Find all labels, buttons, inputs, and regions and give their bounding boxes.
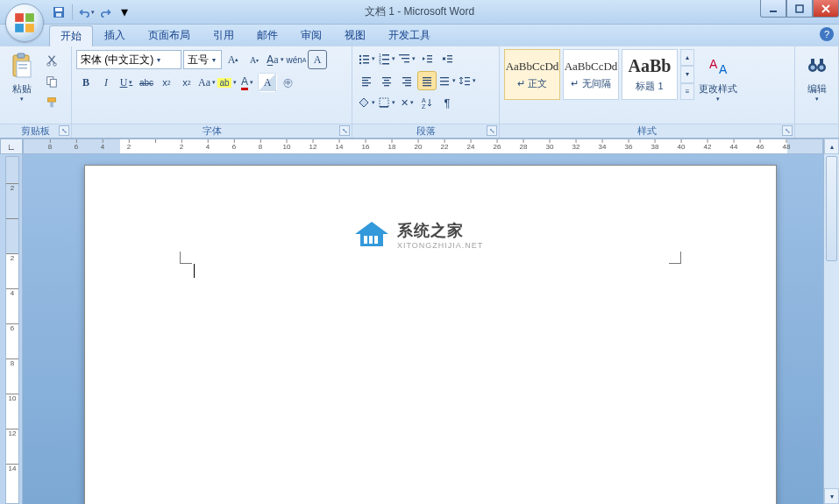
svg-rect-61 <box>465 81 470 82</box>
change-case-button[interactable]: Aa <box>197 73 217 92</box>
font-size-combo[interactable]: 五号▾ <box>183 50 222 69</box>
svg-rect-57 <box>440 77 449 78</box>
svg-rect-36 <box>427 59 432 60</box>
borders-button[interactable] <box>377 93 396 112</box>
svg-rect-31 <box>382 63 389 65</box>
decrease-indent-button[interactable] <box>417 49 437 68</box>
qat-customize[interactable]: ▾ <box>118 3 131 22</box>
svg-rect-55 <box>423 82 431 83</box>
svg-rect-45 <box>382 77 391 78</box>
svg-point-22 <box>359 59 361 60</box>
watermark-logo-icon <box>353 220 390 250</box>
font-launcher[interactable]: ⤡ <box>339 125 350 136</box>
numbering-button[interactable]: 123 <box>377 49 396 68</box>
style-heading-1[interactable]: AaBb标题 1 <box>622 49 678 100</box>
scroll-down-button[interactable]: ▾ <box>824 488 839 504</box>
tab-insert[interactable]: 插入 <box>93 25 137 46</box>
tab-view[interactable]: 视图 <box>333 25 377 46</box>
document-page[interactable]: 系统之家 XITONGZHIJIA.NET <box>84 165 777 504</box>
group-clipboard-label: 剪贴板⤡ <box>0 124 71 138</box>
tab-home[interactable]: 开始 <box>49 25 93 46</box>
align-left-button[interactable] <box>357 71 376 90</box>
watermark-subtitle: XITONGZHIJIA.NET <box>397 241 483 250</box>
paragraph-launcher[interactable]: ⤡ <box>487 125 497 136</box>
scroll-up-button[interactable]: ▴ <box>824 138 839 154</box>
tab-page-layout[interactable]: 页面布局 <box>137 25 202 46</box>
font-color-button[interactable]: A <box>238 73 257 92</box>
format-painter-button[interactable] <box>42 93 61 112</box>
document-scroll-area: 8642246810121416182022242628303234363840… <box>23 138 839 504</box>
office-button[interactable] <box>5 4 44 42</box>
svg-rect-11 <box>17 61 31 77</box>
tab-review[interactable]: 审阅 <box>289 25 333 46</box>
tab-selector[interactable]: ∟ <box>0 138 23 154</box>
align-center-button[interactable] <box>377 71 396 90</box>
help-button[interactable]: ? <box>820 27 834 41</box>
bullets-button[interactable] <box>357 49 376 68</box>
clear-formatting-button[interactable]: A̲a <box>266 50 285 69</box>
bold-button[interactable]: B <box>76 73 96 92</box>
vertical-scrollbar[interactable]: ▴ ▾ <box>823 138 839 504</box>
copy-button[interactable] <box>42 72 61 91</box>
italic-button[interactable]: I <box>96 73 116 92</box>
superscript-button[interactable]: x2 <box>177 73 196 92</box>
underline-button[interactable]: U <box>117 73 136 92</box>
multilevel-list-button[interactable] <box>397 49 416 68</box>
close-button[interactable] <box>813 0 839 18</box>
change-styles-button[interactable]: AA 更改样式▾ <box>697 49 739 112</box>
tab-mailings[interactable]: 邮件 <box>245 25 289 46</box>
char-border-button[interactable]: A <box>308 50 327 69</box>
styles-scroll-down[interactable]: ▾ <box>680 66 694 82</box>
styles-scroll-up[interactable]: ▴ <box>680 49 694 66</box>
svg-rect-18 <box>48 98 56 102</box>
svg-rect-56 <box>423 85 431 86</box>
watermark-title: 系统之家 <box>397 220 483 241</box>
phonetic-guide-button[interactable]: wénA <box>287 50 306 69</box>
margin-guide-tr <box>669 252 681 264</box>
tab-references[interactable]: 引用 <box>202 25 245 46</box>
vertical-ruler[interactable]: 22468101214 <box>5 156 19 504</box>
svg-rect-10 <box>18 53 25 58</box>
clipboard-launcher[interactable]: ⤡ <box>59 125 69 136</box>
svg-rect-3 <box>25 24 34 32</box>
minimize-button[interactable] <box>760 0 786 18</box>
highlight-button[interactable]: ab <box>217 73 237 92</box>
grow-font-button[interactable]: A▴ <box>224 50 243 69</box>
change-styles-icon: AA <box>704 52 732 80</box>
save-button[interactable] <box>49 3 68 22</box>
svg-rect-39 <box>447 59 452 60</box>
line-spacing-button[interactable] <box>458 71 477 90</box>
align-right-button[interactable] <box>397 71 416 90</box>
style-no-spacing[interactable]: AaBbCcDd↵ 无间隔 <box>563 49 619 100</box>
style-normal[interactable]: AaBbCcDd↵ 正文 <box>504 49 560 100</box>
shrink-font-button[interactable]: A▾ <box>245 50 264 69</box>
sort-button[interactable]: AZ <box>417 93 437 112</box>
svg-rect-7 <box>770 11 777 12</box>
chinese-layout-button[interactable]: ✕ <box>397 93 416 112</box>
maximize-button[interactable] <box>786 0 813 18</box>
styles-expand[interactable]: ≡ <box>680 83 694 100</box>
strikethrough-button[interactable]: abc <box>137 73 156 92</box>
enclose-char-button[interactable]: ㊥ <box>278 73 297 92</box>
find-button[interactable]: 编辑▾ <box>800 49 834 112</box>
increase-indent-button[interactable] <box>437 49 457 68</box>
align-distributed-button[interactable] <box>437 71 457 90</box>
cut-button[interactable] <box>42 51 61 70</box>
subscript-button[interactable]: x2 <box>157 73 176 92</box>
undo-button[interactable] <box>76 3 96 22</box>
vertical-ruler-container: ∟ 22468101214 <box>0 138 23 504</box>
show-marks-button[interactable]: ¶ <box>437 93 457 112</box>
styles-launcher[interactable]: ⤡ <box>782 125 793 136</box>
svg-rect-42 <box>362 80 368 81</box>
scroll-thumb[interactable] <box>826 156 837 261</box>
font-name-combo[interactable]: 宋体 (中文正文)▾ <box>76 50 181 69</box>
tab-developer[interactable]: 开发工具 <box>377 25 442 46</box>
shading-button[interactable] <box>357 93 376 112</box>
paste-button[interactable]: 粘贴 ▾ <box>4 49 39 112</box>
char-shading-button[interactable]: A <box>258 73 277 92</box>
group-styles: AaBbCcDd↵ 正文 AaBbCcDd↵ 无间隔 AaBb标题 1 ▴ ▾ … <box>500 46 795 138</box>
align-justify-button[interactable] <box>417 71 437 90</box>
horizontal-ruler[interactable]: 8642246810121416182022242628303234363840… <box>23 138 823 154</box>
redo-button[interactable] <box>97 3 117 22</box>
svg-rect-8 <box>796 5 803 12</box>
